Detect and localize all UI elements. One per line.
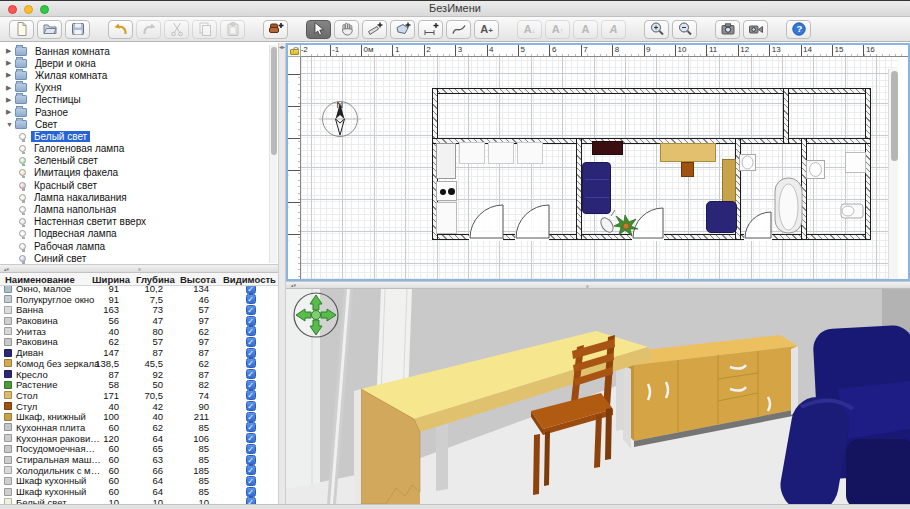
catalog-item[interactable]: Подвесная лампа [0, 228, 278, 240]
table-row[interactable]: Комод без зеркала138,545,562✓ [0, 358, 278, 369]
catalog-item[interactable]: Зеленый свет [0, 155, 278, 167]
catalog-item-label[interactable]: Подвесная лампа [31, 228, 120, 239]
plan-scrollbar-thumb[interactable] [891, 71, 898, 161]
category-label[interactable]: Лестницы [32, 94, 84, 105]
expand-icon[interactable]: ▶ [6, 71, 15, 79]
category-label[interactable]: Свет [32, 119, 60, 130]
table-row[interactable]: Белый свет101010✓ [0, 497, 278, 504]
splitter-arrows-icon[interactable]: ▴▾ [291, 282, 296, 288]
column-header[interactable]: Ширина [92, 274, 136, 285]
visibility-checkbox[interactable]: ✓ [246, 444, 256, 454]
cut-button[interactable] [164, 20, 189, 39]
video-button[interactable] [743, 20, 768, 39]
catalog-item[interactable]: Лампа напольная [0, 203, 278, 215]
catalog-item[interactable]: Настенная светит вверх [0, 216, 278, 228]
expand-icon[interactable]: ▶ [6, 59, 15, 67]
splitter-arrows-icon[interactable]: ◂▸ [279, 44, 285, 50]
catalog-scrollbar[interactable] [269, 45, 277, 263]
create-dimensions-button[interactable] [418, 20, 443, 39]
table-header-row[interactable]: НаименованиеШиринаГлубинаВысотаВидимость [0, 273, 278, 286]
view-3d[interactable] [286, 289, 910, 504]
catalog-category-collapsed[interactable]: ▶Ванная комната [0, 45, 278, 57]
table-row[interactable]: Холодильник с м…6066185✓ [0, 465, 278, 476]
catalog-item[interactable]: Белый свет [0, 130, 278, 142]
create-walls-button[interactable] [362, 20, 387, 39]
table-row[interactable]: Кресло879287✓ [0, 369, 278, 380]
lock-icon[interactable] [290, 49, 299, 55]
visibility-checkbox[interactable]: ✓ [246, 369, 256, 379]
plan-3d-splitter[interactable]: ▴▾ [286, 281, 910, 289]
category-label[interactable]: Двери и окна [32, 58, 99, 69]
catalog-item-label[interactable]: Галогеновая лампа [31, 143, 127, 154]
table-row[interactable]: Посудомоечная…606585✓ [0, 443, 278, 454]
catalog-item[interactable]: Галогеновая лампа [0, 143, 278, 155]
table-row[interactable]: Шкаф кухонный606485✓ [0, 475, 278, 486]
column-header[interactable]: Глубина [136, 274, 180, 285]
visibility-checkbox[interactable]: ✓ [246, 433, 256, 443]
column-header[interactable]: Высота [180, 274, 223, 285]
plan-vertical-scrollbar[interactable] [888, 69, 898, 279]
visibility-checkbox[interactable]: ✓ [246, 497, 256, 504]
category-label[interactable]: Кухня [32, 82, 65, 93]
visibility-checkbox[interactable]: ✓ [246, 348, 256, 358]
table-row[interactable]: Стол17170,574✓ [0, 390, 278, 401]
photo-button[interactable] [715, 20, 740, 39]
visibility-checkbox[interactable]: ✓ [246, 422, 256, 432]
plan-2d-view[interactable]: -2-10м12345678910111213141516 -10м1234 [286, 43, 910, 281]
catalog-item[interactable]: Имитация факела [0, 167, 278, 179]
catalog-category-collapsed[interactable]: ▶Лестницы [0, 94, 278, 106]
catalog-item-label-selected[interactable]: Белый свет [31, 131, 90, 142]
catalog-item-label[interactable]: Настенная светит вверх [31, 216, 149, 227]
zoom-in-button[interactable] [644, 20, 669, 39]
bold-button[interactable]: A [573, 20, 598, 39]
catalog-table-splitter[interactable]: ▴▾ [0, 264, 278, 273]
catalog-item-label[interactable]: Синий свет [31, 253, 89, 264]
visibility-checkbox[interactable]: ✓ [246, 476, 256, 486]
visibility-checkbox[interactable]: ✓ [246, 358, 256, 368]
table-row[interactable]: Стиральная маш…606385✓ [0, 454, 278, 465]
table-row[interactable]: Растение585082✓ [0, 379, 278, 390]
catalog-item[interactable]: Рабочая лампа [0, 240, 278, 252]
visibility-checkbox[interactable]: ✓ [246, 316, 256, 326]
category-label[interactable]: Разное [32, 107, 71, 118]
catalog-category-expanded[interactable]: ▼Свет [0, 118, 278, 130]
italic-button[interactable]: A [601, 20, 626, 39]
visibility-checkbox[interactable]: ✓ [246, 305, 256, 315]
collapse-icon[interactable]: ▼ [6, 121, 15, 128]
table-row[interactable]: Ванна1637357✓ [0, 304, 278, 315]
expand-icon[interactable]: ▶ [6, 96, 15, 104]
table-row[interactable]: Стул404290✓ [0, 401, 278, 412]
visibility-checkbox[interactable]: ✓ [246, 465, 256, 475]
add-text-button[interactable]: A+ [474, 20, 499, 39]
catalog-item-label[interactable]: Лампа напольная [31, 204, 119, 215]
catalog-item-label[interactable]: Рабочая лампа [31, 241, 108, 252]
catalog-category-collapsed[interactable]: ▶Разное [0, 106, 278, 118]
add-furniture-button[interactable] [263, 20, 288, 39]
increase-text-size-button[interactable]: А↑ [545, 20, 570, 39]
visibility-checkbox[interactable]: ✓ [246, 390, 256, 400]
help-button[interactable]: ? [786, 20, 811, 39]
splitter-arrows-icon[interactable]: ▴▾ [4, 266, 9, 272]
redo-button[interactable] [136, 20, 161, 39]
catalog-item[interactable]: Синий свет [0, 252, 278, 264]
furniture-catalog-tree[interactable]: ▶Ванная комната▶Двери и окна▶Жилая комна… [0, 43, 278, 264]
visibility-checkbox[interactable]: ✓ [246, 487, 256, 497]
table-row[interactable]: Унитаз408062✓ [0, 326, 278, 337]
category-label[interactable]: Ванная комната [32, 46, 113, 57]
expand-icon[interactable]: ▶ [6, 47, 15, 55]
open-button[interactable] [37, 20, 62, 39]
column-header[interactable]: Наименование [5, 274, 92, 285]
save-button[interactable] [65, 20, 90, 39]
zoom-out-button[interactable] [672, 20, 697, 39]
new-plan-button[interactable] [9, 20, 34, 39]
plan-canvas[interactable]: N [301, 57, 898, 279]
undo-button[interactable] [108, 20, 133, 39]
table-row[interactable]: Раковина564797✓ [0, 315, 278, 326]
expand-icon[interactable]: ▶ [6, 84, 15, 92]
catalog-category-collapsed[interactable]: ▶Двери и окна [0, 57, 278, 69]
paste-button[interactable] [220, 20, 245, 39]
pan-mode-button[interactable] [334, 20, 359, 39]
catalog-category-collapsed[interactable]: ▶Жилая комната [0, 69, 278, 81]
select-mode-button[interactable] [306, 20, 331, 39]
visibility-checkbox[interactable]: ✓ [246, 380, 256, 390]
